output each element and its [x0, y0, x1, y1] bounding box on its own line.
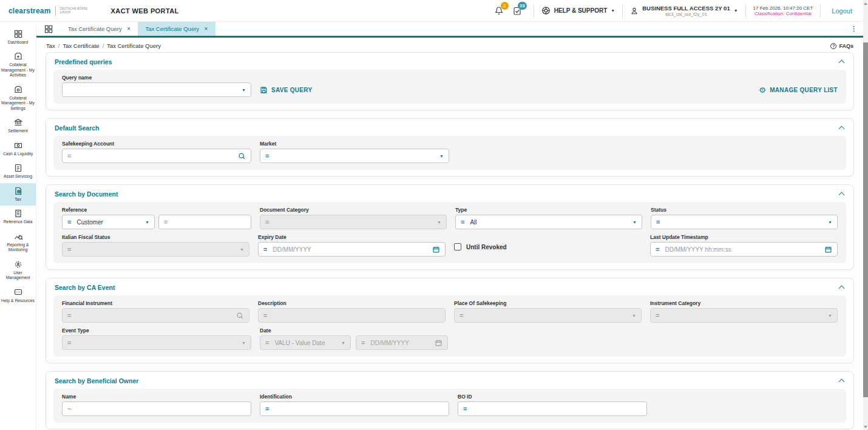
identification-field[interactable]: = [260, 401, 449, 416]
tasks-button[interactable]: 23 [512, 6, 522, 16]
safekeeping-account-label: Safekeeping Account [62, 141, 251, 147]
sidebar-item-tax[interactable]: Tax [0, 183, 36, 206]
sidebar-item-collateral-my-settings[interactable]: Collateral Management - My Settings [0, 82, 36, 115]
event-type-label: Event Type [62, 328, 251, 334]
breadcrumb-separator: / [103, 42, 104, 49]
sidebar-item-collateral-my-activities[interactable]: Collateral Management - My Activities [0, 49, 36, 81]
document-category-select: = ▼ [260, 215, 447, 229]
collapse-chevron-icon[interactable] [839, 125, 845, 131]
section-search-by-ca-event: Search by CA Event Financial Instrument … [46, 278, 854, 363]
sidebar-item-reference-data[interactable]: Reference Data [0, 206, 36, 228]
type-select[interactable]: = All ▼ [455, 215, 642, 229]
manage-query-list-button[interactable]: ⚙ MANAGE QUERY LIST [759, 86, 838, 94]
identification-input[interactable] [274, 406, 444, 412]
header-actions: 2 23 HELP & SUPPORT ▼ BUSINESS FULL ACCE… [490, 0, 863, 21]
breadcrumb-tax-certificate[interactable]: Tax Certificate [63, 42, 99, 49]
safekeeping-account-input[interactable] [76, 153, 232, 160]
reference-value-input[interactable] [173, 219, 246, 226]
brand-logo[interactable]: clearstream DEUTSCHE BÖRSEGROUP [0, 6, 88, 16]
section-search-by-document: Search by Document Reference = Customer … [46, 184, 854, 270]
tab-tax-certificate-query-1[interactable]: Tax Certificate Query ✕ [61, 22, 138, 36]
bo-id-field[interactable]: = [458, 401, 647, 416]
tab-overflow-menu-icon[interactable]: ⋮ [844, 22, 863, 36]
sidebar-item-cash-liquidity[interactable]: Cash & Liquidity [0, 138, 36, 160]
datetime: 17 Feb 2026, 10:47:20 CET [753, 5, 813, 11]
breadcrumb-tax-certificate-query: Tax Certificate Query [107, 42, 161, 49]
vertical-scrollbar[interactable] [863, 0, 868, 430]
notifications-button[interactable]: 2 [494, 6, 504, 16]
section-title: Predefined queries [55, 58, 112, 66]
instrument-category-select: = ▼ [650, 308, 838, 323]
chevron-down-icon: ▼ [632, 314, 636, 318]
sidebar-item-help-resources[interactable]: Help & Resources [0, 284, 36, 307]
query-name-select[interactable]: ▼ [62, 82, 251, 97]
name-input[interactable] [76, 406, 246, 412]
calendar-icon[interactable] [824, 246, 832, 254]
market-input[interactable] [274, 153, 434, 160]
collapse-chevron-icon[interactable] [839, 191, 845, 197]
search-icon [236, 312, 244, 320]
expiry-date-input[interactable] [273, 246, 427, 253]
breadcrumb-tax[interactable]: Tax [46, 42, 55, 49]
close-icon[interactable]: ✕ [204, 26, 208, 32]
search-icon[interactable] [238, 152, 246, 160]
logout-button[interactable]: Logout [832, 7, 852, 15]
user-management-icon [13, 260, 23, 269]
collapse-chevron-icon[interactable] [839, 284, 845, 291]
equals-operator-icon: = [67, 340, 71, 346]
question-circle-icon: ? [830, 43, 836, 49]
equals-operator-icon: = [265, 340, 269, 346]
brand-divider [55, 6, 56, 16]
reference-value-field[interactable]: = [158, 215, 251, 229]
brand-group-text: DEUTSCHE BÖRSEGROUP [60, 7, 88, 14]
collapse-chevron-icon[interactable] [839, 378, 845, 384]
expiry-date-field[interactable]: = [258, 242, 446, 257]
last-update-timestamp-input[interactable] [665, 246, 819, 253]
user-menu[interactable]: BUSINESS FULL ACCESS 2Y 01 stc3_cbl_out_… [630, 5, 737, 17]
scroll-up-arrow-icon[interactable] [864, 2, 867, 5]
equals-operator-icon: = [164, 219, 168, 226]
brand-clearstream: clearstream [8, 7, 51, 15]
tab-tax-certificate-query-2[interactable]: Tax Certificate Query ✕ [138, 22, 215, 36]
financial-instrument-field: = [62, 308, 249, 323]
help-support-button[interactable]: HELP & SUPPORT ▼ [541, 6, 615, 15]
scrollbar-thumb[interactable] [863, 42, 868, 397]
save-query-button[interactable]: SAVE QUERY [260, 86, 312, 94]
close-icon[interactable]: ✕ [127, 26, 131, 32]
sidebar-item-reporting-monitoring[interactable]: Reporting & Monitoring [0, 229, 36, 257]
query-name-input[interactable] [67, 87, 236, 93]
user-icon [630, 7, 639, 15]
checkbox-icon[interactable] [454, 243, 461, 250]
document-category-label: Document Category [260, 207, 447, 213]
sidebar-item-user-management[interactable]: User Management [0, 257, 36, 284]
status-select[interactable]: = ▼ [651, 215, 838, 229]
market-select[interactable]: = ▼ [260, 149, 449, 163]
faqs-link[interactable]: ? FAQs [830, 43, 853, 49]
sidebar-item-settlement[interactable]: Settlement [0, 115, 36, 137]
status-label: Status [651, 207, 838, 213]
date-value-input [370, 340, 429, 346]
tasks-badge: 23 [518, 2, 526, 10]
sidebar-item-dashboard[interactable]: Dashboard [0, 26, 36, 49]
status-input[interactable] [665, 219, 822, 226]
equals-operator-icon: = [656, 219, 660, 226]
reference-type-select[interactable]: = Customer ▼ [62, 215, 155, 229]
header-separator [534, 4, 534, 18]
chevron-down-icon: ▼ [341, 341, 345, 345]
safekeeping-account-field[interactable]: = [62, 149, 251, 163]
equals-operator-icon: = [67, 246, 71, 253]
last-update-timestamp-field[interactable]: = [650, 242, 838, 257]
tab-overview-button[interactable] [36, 22, 61, 36]
grid-icon [44, 24, 53, 34]
collapse-chevron-icon[interactable] [839, 59, 845, 65]
classification-label: Classification: Confidential [753, 11, 813, 16]
sidebar-item-asset-servicing[interactable]: Asset Servicing [0, 160, 36, 183]
calendar-icon[interactable] [432, 246, 440, 254]
section-title: Search by CA Event [55, 284, 115, 291]
bo-id-input[interactable] [472, 406, 642, 412]
name-field[interactable]: ~ [62, 401, 251, 416]
scroll-down-arrow-icon[interactable] [864, 426, 867, 428]
type-label: Type [455, 207, 642, 213]
until-revoked-checkbox-row[interactable]: Until Revoked [454, 234, 642, 250]
description-field: = [258, 308, 446, 323]
